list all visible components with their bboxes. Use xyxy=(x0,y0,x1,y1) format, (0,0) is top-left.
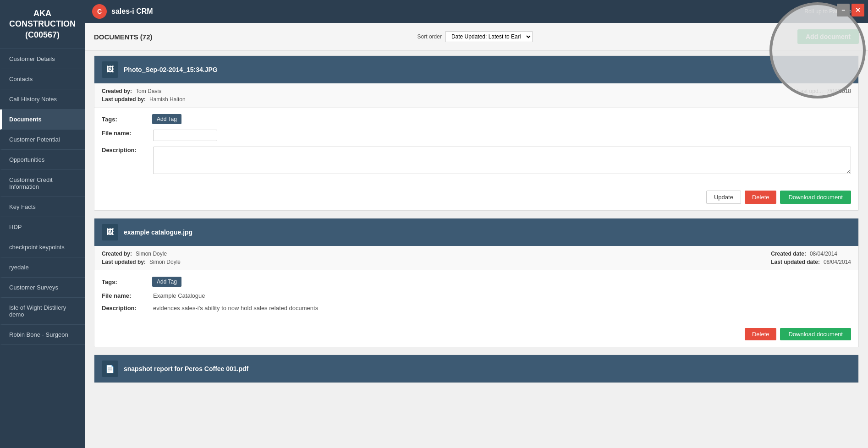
doc-meta-1: Created by: Tom Davis Last updated by: H… xyxy=(94,83,858,108)
doc-updated-by-value-2: Simon Doyle xyxy=(149,259,181,265)
add-document-button[interactable]: Add document xyxy=(797,29,859,44)
sidebar-item-checkpoint-keypoints[interactable]: checkpoint keypoints xyxy=(0,237,85,257)
doc-filename-2: example catalogue.jpg xyxy=(124,229,192,236)
sort-label: Sort order xyxy=(418,33,442,40)
app-name: sales-i CRM xyxy=(111,7,153,16)
doc-last-upd-value-1: 7/04/2018 xyxy=(827,88,851,94)
main-content: C sales-i CRM Roll up to Par... count: −… xyxy=(85,0,868,448)
doc-card-header-2: 🖼 example catalogue.jpg xyxy=(94,219,858,246)
doc-desc-textarea-1[interactable] xyxy=(153,147,851,174)
doc-filename-row-1: File name: xyxy=(102,130,851,141)
sidebar-item-opportunities[interactable]: Opportunities xyxy=(0,150,85,170)
doc-icon-2: 🖼 xyxy=(102,224,118,240)
doc-body-1: Tags: Add Tag File name: Description: xyxy=(94,108,858,186)
doc-created-by-row-2: Created by: Simon Doyle xyxy=(102,251,181,257)
sidebar-item-documents[interactable]: Documents xyxy=(0,109,85,130)
document-card-2: 🖼 example catalogue.jpg Created by: Simo… xyxy=(94,218,859,347)
documents-header: DOCUMENTS (72) Sort order Date Updated: … xyxy=(85,23,868,51)
doc-actions-2: Delete Download document xyxy=(94,323,858,347)
sidebar: AKA CONSTRUCTION (C00567) Customer Detai… xyxy=(0,0,85,448)
doc-filename-row-2: File name: Example Catalogue xyxy=(102,292,851,299)
delete-button-1[interactable]: Delete xyxy=(745,191,777,204)
documents-title: DOCUMENTS (72) xyxy=(94,33,153,41)
doc-icon-3: 📄 xyxy=(102,361,118,377)
doc-card-header-1: 🖼 Photo_Sep-02-2014_15:34.JPG xyxy=(94,56,858,83)
doc-meta-left-1: Created by: Tom Davis Last updated by: H… xyxy=(102,88,186,103)
sort-area: Sort order Date Updated: Latest to Earl xyxy=(418,31,533,42)
doc-filename-field-label-1: File name: xyxy=(102,130,148,137)
doc-created-by-label-2: Created by: xyxy=(102,251,132,257)
doc-created-date-value-2: 08/04/2014 xyxy=(810,251,837,257)
doc-created-by-label-1: Created by: xyxy=(102,88,132,94)
doc-created-date-label-2: Created date: xyxy=(771,251,806,257)
doc-meta-right-1: Last upd... 7/04/2018 xyxy=(797,88,851,103)
doc-filename-1: Photo_Sep-02-2014_15:34.JPG xyxy=(124,66,218,73)
sidebar-item-customer-details[interactable]: Customer Details xyxy=(0,49,85,69)
doc-desc-row-2: Description: evidences sales-i's ability… xyxy=(102,305,851,311)
doc-updated-by-row-1: Last updated by: Hamish Halton xyxy=(102,96,186,103)
doc-card-header-3: 📄 snapshot report for Peros Coffee 001.p… xyxy=(94,355,858,382)
sidebar-item-customer-surveys[interactable]: Customer Surveys xyxy=(0,278,85,298)
download-button-2[interactable]: Download document xyxy=(780,328,851,340)
doc-filename-input-1[interactable] xyxy=(153,130,217,141)
doc-filename-3: snapshot report for Peros Coffee 001.pdf xyxy=(124,365,248,372)
doc-last-upd-row-1: Last upd... 7/04/2018 xyxy=(797,88,851,94)
doc-filename-field-value-2: Example Catalogue xyxy=(153,292,851,299)
sidebar-item-robin-bone[interactable]: Robin Bone - Surgeon xyxy=(0,325,85,345)
sidebar-item-contacts[interactable]: Contacts xyxy=(0,69,85,89)
doc-desc-label-1: Description: xyxy=(102,147,148,153)
sidebar-item-customer-credit-information[interactable]: Customer Credit Information xyxy=(0,170,85,197)
sort-select[interactable]: Date Updated: Latest to Earl xyxy=(445,31,533,42)
doc-updated-by-label-2: Last updated by: xyxy=(102,259,146,265)
tags-label-1: Tags: xyxy=(102,116,148,123)
doc-last-upd-value-2: 08/04/2014 xyxy=(824,259,851,265)
doc-last-upd-label-2: Last updated date: xyxy=(771,259,820,265)
doc-created-by-value-2: Simon Doyle xyxy=(136,251,167,257)
doc-updated-by-row-2: Last updated by: Simon Doyle xyxy=(102,259,181,265)
document-card-3: 📄 snapshot report for Peros Coffee 001.p… xyxy=(94,355,859,383)
doc-filename-field-label-2: File name: xyxy=(102,292,148,299)
sidebar-company-name: AKA CONSTRUCTION (C00567) xyxy=(0,0,85,49)
sidebar-nav: Customer DetailsContactsCall History Not… xyxy=(0,49,85,448)
doc-created-by-row-1: Created by: Tom Davis xyxy=(102,88,186,94)
doc-created-date-row-2: Created date: 08/04/2014 xyxy=(771,251,851,257)
delete-button-2[interactable]: Delete xyxy=(745,328,777,340)
sidebar-item-key-facts[interactable]: Key Facts xyxy=(0,197,85,217)
minimize-button[interactable]: − xyxy=(837,4,850,16)
sidebar-item-isle-of-wight[interactable]: Isle of Wight Distillery demo xyxy=(0,298,85,325)
doc-updated-by-label-1: Last updated by: xyxy=(102,96,146,103)
sidebar-item-customer-potential[interactable]: Customer Potential xyxy=(0,130,85,150)
doc-tags-row-1: Tags: Add Tag xyxy=(102,114,851,124)
doc-actions-1: Update Delete Download document xyxy=(94,186,858,210)
doc-updated-by-value-1: Hamish Halton xyxy=(149,96,186,103)
doc-last-upd-label-1: Last upd... xyxy=(797,88,823,94)
doc-desc-label-2: Description: xyxy=(102,305,148,311)
document-card-1: 🖼 Photo_Sep-02-2014_15:34.JPG Created by… xyxy=(94,55,859,211)
update-button-1[interactable]: Update xyxy=(706,191,741,204)
doc-tags-row-2: Tags: Add Tag xyxy=(102,277,851,287)
tags-label-2: Tags: xyxy=(102,279,148,285)
doc-last-upd-row-2: Last updated date: 08/04/2014 xyxy=(771,259,851,265)
doc-meta-right-2: Created date: 08/04/2014 Last updated da… xyxy=(771,251,851,265)
roll-up-label: Roll up to Par... xyxy=(804,8,842,15)
sidebar-item-hdp[interactable]: HDP xyxy=(0,217,85,237)
sidebar-item-call-history-notes[interactable]: Call History Notes xyxy=(0,89,85,109)
doc-created-by-value-1: Tom Davis xyxy=(136,88,161,94)
documents-list: 🖼 Photo_Sep-02-2014_15:34.JPG Created by… xyxy=(85,51,868,448)
close-button[interactable]: ✕ xyxy=(852,4,864,16)
doc-desc-row-1: Description: xyxy=(102,147,851,174)
doc-icon-1: 🖼 xyxy=(102,61,118,78)
doc-meta-left-2: Created by: Simon Doyle Last updated by:… xyxy=(102,251,181,265)
add-tag-button-2[interactable]: Add Tag xyxy=(152,277,181,287)
doc-desc-value-2: evidences sales-i's ability to now hold … xyxy=(153,305,851,311)
doc-meta-2: Created by: Simon Doyle Last updated by:… xyxy=(94,246,858,270)
add-tag-button-1[interactable]: Add Tag xyxy=(152,114,181,124)
app-logo: C xyxy=(92,4,107,19)
doc-body-2: Tags: Add Tag File name: Example Catalog… xyxy=(94,270,858,323)
sidebar-item-ryedale[interactable]: ryedale xyxy=(0,257,85,278)
topbar: C sales-i CRM Roll up to Par... count: −… xyxy=(85,0,868,23)
download-button-1[interactable]: Download document xyxy=(780,191,851,204)
